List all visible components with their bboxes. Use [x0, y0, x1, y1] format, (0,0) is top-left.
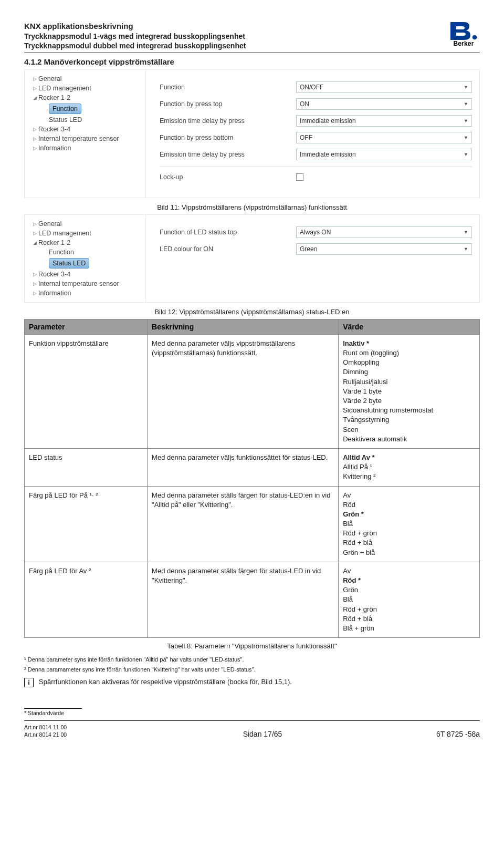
dropdown[interactable]: ON/OFF▼ — [296, 81, 472, 93]
tree-item[interactable]: LED management — [38, 230, 91, 237]
asterisk-legend: * Standardvärde — [24, 708, 480, 716]
chevron-down-icon: ▼ — [464, 246, 468, 252]
parameter-table: Parameter Beskrivning Värde Funktion vip… — [24, 319, 480, 638]
expand-icon: ▷ — [32, 281, 37, 286]
dropdown[interactable]: Green▼ — [296, 243, 472, 255]
cell-parameter: LED status — [25, 448, 148, 486]
brand-name: Berker — [447, 40, 480, 47]
cell-values: Inaktiv *Runt om (toggling)OmkopplingDim… — [339, 334, 480, 448]
collapse-icon: ◢ — [32, 95, 37, 100]
footnotes: ¹ Denna parameter syns inte förrän funkt… — [24, 655, 480, 674]
tree-item[interactable]: Internal temperature sensor — [38, 280, 119, 287]
screenshot-function: ▷General ▷LED management ◢Rocker 1-2 Fun… — [24, 69, 480, 198]
figure-caption-12: Bild 12: Vippströmställarens (vippströms… — [24, 308, 480, 316]
table-caption: Tabell 8: Parametern "Vippströmställaren… — [24, 642, 480, 650]
col-value: Värde — [339, 319, 480, 334]
tree-item[interactable]: Information — [38, 290, 71, 297]
svg-point-0 — [472, 35, 477, 40]
tree-item[interactable]: Rocker 3-4 — [38, 126, 70, 133]
table-row: Färg på LED för Av ²Med denna parameter … — [25, 562, 480, 637]
doc-title: KNX applikationsbeskrivning — [24, 21, 442, 32]
header-rule — [24, 53, 480, 53]
cell-description: Med denna parameter väljs vippströmställ… — [148, 334, 339, 448]
expand-icon: ▷ — [32, 272, 37, 277]
expand-icon: ▷ — [32, 146, 37, 151]
expand-icon: ▷ — [32, 127, 37, 132]
cell-description: Med denna parameter ställs färgen för st… — [148, 562, 339, 637]
expand-icon: ▷ — [32, 231, 37, 236]
checkbox[interactable] — [296, 173, 303, 181]
dropdown[interactable]: OFF▼ — [296, 132, 472, 143]
nav-tree: ▷General ▷LED management ◢Rocker 1-2 Fun… — [25, 215, 146, 302]
field-label: Function — [160, 84, 296, 91]
chevron-down-icon: ▼ — [464, 135, 468, 140]
dropdown[interactable]: Immediate emission▼ — [296, 149, 472, 160]
col-description: Beskrivning — [148, 319, 339, 334]
expand-icon: ▷ — [32, 136, 37, 141]
cell-description: Med denna parameter väljs funktionssätte… — [148, 448, 339, 486]
tree-item[interactable]: Internal temperature sensor — [38, 135, 119, 142]
field-label: LED colour for ON — [160, 245, 296, 253]
chevron-down-icon: ▼ — [464, 101, 468, 107]
dropdown[interactable]: Immediate emission▼ — [296, 115, 472, 127]
table-row: LED statusMed denna parameter väljs funk… — [25, 448, 480, 486]
expand-icon: ▷ — [32, 291, 37, 296]
col-parameter: Parameter — [25, 319, 148, 334]
info-icon: i — [24, 678, 34, 687]
page-number: Sidan 17/65 — [129, 730, 396, 738]
doc-subtitle-1: Tryckknappsmodul 1-vägs med integrerad b… — [24, 32, 442, 41]
article-number-2: Art.nr 8014 21 00 — [24, 731, 129, 739]
brand-logo: Berker — [442, 21, 480, 47]
chevron-down-icon: ▼ — [464, 118, 468, 123]
tree-item-selected[interactable]: Status LED — [49, 258, 89, 268]
tree-item[interactable]: Information — [38, 144, 71, 152]
article-number-1: Art.nr 8014 11 00 — [24, 724, 129, 731]
tree-item-selected[interactable]: Function — [49, 104, 81, 114]
tree-item[interactable]: LED management — [38, 85, 91, 92]
doc-subtitle-2: Tryckknappsmodul dubbel med integrerad b… — [24, 41, 442, 50]
footnote-2: ² Denna paramameter syns inte förrän fun… — [24, 665, 480, 674]
tree-item[interactable]: Function — [49, 249, 74, 256]
cell-description: Med denna parameter ställs färgen för st… — [148, 486, 339, 562]
chevron-down-icon: ▼ — [464, 230, 468, 235]
cell-parameter: Färg på LED för På ¹· ² — [25, 486, 148, 562]
nav-tree: ▷General ▷LED management ◢Rocker 1-2 Fun… — [25, 70, 146, 198]
expand-icon: ▷ — [32, 76, 37, 81]
footnote-1: ¹ Denna parameter syns inte förrän funkt… — [24, 655, 480, 664]
collapse-icon: ◢ — [32, 240, 37, 245]
info-text: Spärrfunktionen kan aktiveras för respek… — [39, 678, 292, 686]
cell-values: AvRödGrön *BlåRöd + grönRöd + blåGrön + … — [339, 486, 480, 562]
field-label: Function by press bottom — [160, 134, 296, 141]
tree-item[interactable]: General — [38, 75, 61, 82]
tree-item[interactable]: Rocker 3-4 — [38, 271, 70, 278]
cell-parameter: Färg på LED för Av ² — [25, 562, 148, 637]
field-label: Emission time delay by press — [160, 151, 296, 158]
cell-values: Alltid Av *Alltid På ¹Kvittering ² — [339, 448, 480, 486]
field-label: Emission time delay by press — [160, 117, 296, 125]
table-row: Färg på LED för På ¹· ²Med denna paramet… — [25, 486, 480, 562]
chevron-down-icon: ▼ — [464, 152, 468, 157]
dropdown[interactable]: Always ON▼ — [296, 226, 472, 238]
field-label: Lock-up — [160, 173, 296, 181]
tree-item[interactable]: General — [38, 220, 61, 228]
page-footer: Art.nr 8014 11 00 Art.nr 8014 21 00 Sida… — [24, 720, 480, 738]
screenshot-status-led: ▷General ▷LED management ◢Rocker 1-2 Fun… — [24, 214, 480, 303]
section-heading: 4.1.2 Manöverkoncept vippströmställare — [24, 57, 480, 66]
expand-icon: ▷ — [32, 86, 37, 91]
chevron-down-icon: ▼ — [464, 85, 468, 90]
doc-code: 6T 8725 -58a — [396, 730, 480, 738]
cell-values: AvRöd *GrönBlåRöd + grönRöd + blåBlå + g… — [339, 562, 480, 637]
dropdown[interactable]: ON▼ — [296, 98, 472, 110]
tree-item[interactable]: Status LED — [49, 116, 82, 123]
field-label: Function of LED status top — [160, 229, 296, 236]
field-label: Function by press top — [160, 100, 296, 108]
tree-item[interactable]: Rocker 1-2 — [38, 94, 70, 101]
figure-caption-11: Bild 11: Vippströmställarens (vippströms… — [24, 203, 480, 211]
tree-item[interactable]: Rocker 1-2 — [38, 239, 70, 246]
cell-parameter: Funktion vippströmställare — [25, 334, 148, 448]
table-row: Funktion vippströmställareMed denna para… — [25, 334, 480, 448]
expand-icon: ▷ — [32, 221, 37, 226]
